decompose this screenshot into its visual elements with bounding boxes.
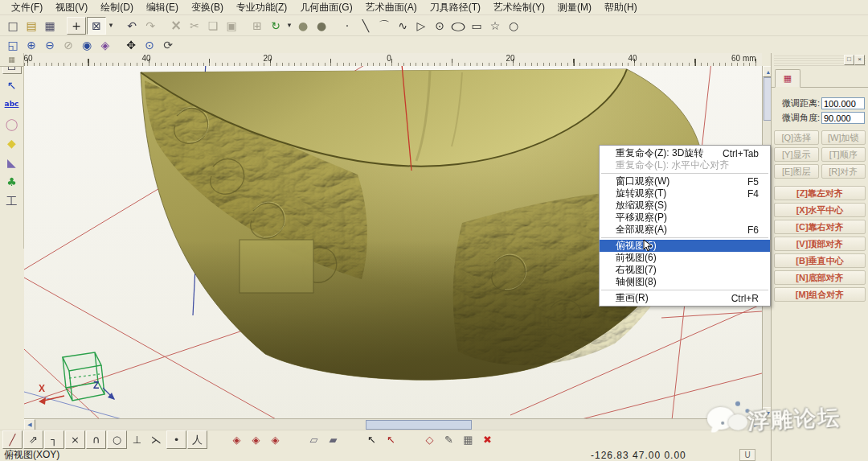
zoom-actual-icon[interactable]: ⊙ (141, 38, 158, 52)
zoom-out-icon[interactable]: ⊖ (41, 38, 59, 52)
horizontal-scroll-thumb[interactable] (366, 420, 472, 430)
menu-item-pan-view[interactable]: 平移观察(P) (600, 212, 770, 224)
align-h-center-button[interactable]: [X]水平中心 (774, 203, 866, 217)
align-button[interactable]: [R]对齐 (821, 164, 866, 179)
ruler-origin-button[interactable]: ▦ (0, 53, 23, 67)
menu-pro-functions[interactable]: 专业功能(Z) (230, 0, 293, 15)
menu-item-zoom-view[interactable]: 放缩观察(S) (600, 200, 770, 212)
snap-point-icon[interactable]: • (166, 430, 186, 449)
snap-perpendicular-icon[interactable]: ⊥ (128, 431, 146, 448)
align-top-button[interactable]: [V]顶部对齐 (774, 237, 866, 251)
delete-icon[interactable]: × (167, 18, 185, 34)
snap-corner-icon[interactable]: ┐ (44, 430, 64, 449)
refresh-icon[interactable]: ⟳ (159, 38, 177, 52)
align-v-center-button[interactable]: [B]垂直中心 (774, 253, 866, 268)
panel-tab-transform[interactable]: ▦ (775, 69, 800, 88)
menu-transform[interactable]: 变换(B) (185, 0, 230, 15)
snap-circle-icon[interactable]: ○ (107, 430, 127, 449)
plane-yz-icon[interactable]: ◈ (247, 431, 265, 448)
menu-item-redraw[interactable]: 重画(R)Ctrl+R (600, 292, 770, 304)
zoom-object-icon[interactable]: ◈ (96, 38, 114, 52)
zoom-window-icon[interactable]: ◱ (4, 38, 22, 52)
nudge-distance-input[interactable] (821, 97, 865, 109)
select-button[interactable]: [Q]选择 (774, 130, 819, 145)
group-icon[interactable]: ⊞ (248, 18, 266, 34)
menu-edit[interactable]: 编辑(E) (140, 0, 185, 15)
menu-draw[interactable]: 绘制(D) (94, 0, 140, 15)
panel-title-bar[interactable]: □ × (774, 55, 866, 66)
marquee-select-icon[interactable]: ⊠ (87, 17, 106, 35)
menu-help[interactable]: 帮助(H) (598, 0, 644, 15)
snap-tangent-icon[interactable]: ⋋ (147, 431, 166, 448)
lock-button[interactable]: [W]加锁 (821, 130, 866, 145)
new-file-icon[interactable]: □ (4, 18, 22, 34)
paste-icon[interactable]: ▣ (223, 18, 240, 34)
plane-zx-icon[interactable]: ◈ (266, 431, 285, 448)
zoom-previous-icon[interactable]: ⊘ (59, 38, 77, 52)
menu-item-repeat-command[interactable]: 重复命令(Z): 3D旋转Ctrl+Tab (600, 147, 770, 159)
menu-item-top-view[interactable]: 俯视图(5) (600, 240, 770, 252)
snap-nearest-icon[interactable]: ⇗ (23, 430, 43, 449)
transform-handle-icon[interactable]: ◇ (420, 431, 439, 448)
align-left-button[interactable]: [Z]靠左对齐 (774, 186, 866, 200)
statusbar-unit-toggle[interactable]: U (739, 449, 755, 461)
pick-cancel-icon[interactable]: ↖ (382, 431, 400, 448)
dropdown-arrow-icon[interactable]: ▾ (107, 18, 115, 34)
grid-clear-icon[interactable]: ▦ (459, 431, 477, 448)
hatch-pen-icon[interactable]: ✎ (440, 431, 458, 448)
display-button[interactable]: [Y]显示 (774, 147, 819, 162)
panel-close-button[interactable]: × (854, 55, 865, 65)
text-tool-icon[interactable]: abc (3, 96, 21, 113)
nudge-angle-input[interactable] (821, 112, 865, 124)
point-tool-icon[interactable]: · (338, 18, 356, 34)
pick-filter-icon[interactable]: ↖ (362, 431, 381, 448)
rotate-3d-icon[interactable]: ↻ (267, 18, 285, 34)
work-plane-edit-icon[interactable]: ▰ (324, 431, 342, 448)
menu-item-rotate-view[interactable]: 旋转观察(T)F4 (600, 187, 770, 200)
ring-tool-icon[interactable]: ◯ (3, 115, 21, 132)
zoom-in-icon[interactable]: ⊕ (23, 38, 40, 52)
menu-item-view-all[interactable]: 全部观察(A)F6 (600, 224, 770, 236)
align-right-button[interactable]: [C]靠右对齐 (774, 220, 866, 234)
view-eye-icon[interactable]: ◉ (78, 38, 96, 52)
menu-item-repeat-command-2[interactable]: 重复命令(L): 水平中心对齐 (600, 159, 770, 171)
save-icon[interactable]: ▦ (41, 18, 59, 34)
menu-view[interactable]: 视图(V) (49, 0, 94, 15)
pan-icon[interactable]: ✥ (122, 38, 140, 52)
horizontal-scrollbar[interactable]: ◀ ▶ (24, 418, 762, 430)
menu-toolpath[interactable]: 刀具路径(T) (424, 0, 487, 15)
line-tool-icon[interactable]: ╲ (357, 18, 375, 34)
surface-shade-icon[interactable]: ● (294, 18, 312, 34)
align-group-button[interactable]: [M]组合对齐 (774, 287, 866, 302)
circle-tool-icon[interactable]: ○ (505, 18, 522, 34)
relief-tool-icon[interactable]: ♣ (3, 173, 21, 190)
crosshair-tool-icon[interactable]: + (67, 17, 86, 35)
undo-icon[interactable]: ↶ (123, 18, 141, 34)
scroll-left-button[interactable]: ◀ (24, 419, 35, 430)
snap-arc-icon[interactable]: ∩ (86, 430, 106, 449)
redo-icon[interactable]: ↷ (141, 18, 159, 34)
menu-art-draw[interactable]: 艺术绘制(Y) (487, 0, 551, 15)
snap-intersection-icon[interactable]: × (65, 430, 85, 449)
menu-geometric-surface[interactable]: 几何曲面(G) (293, 0, 358, 15)
copy-icon[interactable]: ❏ (204, 18, 222, 34)
delete-all-icon[interactable]: ✖ (478, 431, 497, 448)
ellipse-tool-icon[interactable]: ○ (444, 18, 472, 34)
plane-xy-icon[interactable]: ◈ (227, 431, 246, 448)
menu-file[interactable]: 文件(F) (5, 0, 49, 15)
solid-shade-icon[interactable]: ● (313, 18, 330, 34)
snap-line-icon[interactable]: ╱ (2, 430, 23, 449)
menu-item-right-view[interactable]: 右视图(7) (600, 264, 770, 276)
menu-art-surface[interactable]: 艺术曲面(A) (359, 0, 424, 15)
star-tool-icon[interactable]: ☆ (486, 18, 504, 34)
open-folder-icon[interactable]: ▤ (23, 18, 40, 34)
menu-item-front-view[interactable]: 前视图(6) (600, 252, 770, 264)
dropdown-arrow-icon[interactable]: ▾ (285, 18, 293, 34)
arc-tool-icon[interactable]: ⌒ (375, 18, 393, 34)
order-button[interactable]: [T]顺序 (821, 147, 866, 162)
measure-caliper-icon[interactable]: 工 (3, 192, 21, 209)
polyline-tool-icon[interactable]: ∿ (394, 18, 411, 34)
scroll-right-button[interactable]: ▶ (751, 419, 762, 430)
cut-icon[interactable]: ✂ (186, 18, 203, 34)
polygon-tool-icon[interactable]: ▷ (412, 18, 430, 34)
